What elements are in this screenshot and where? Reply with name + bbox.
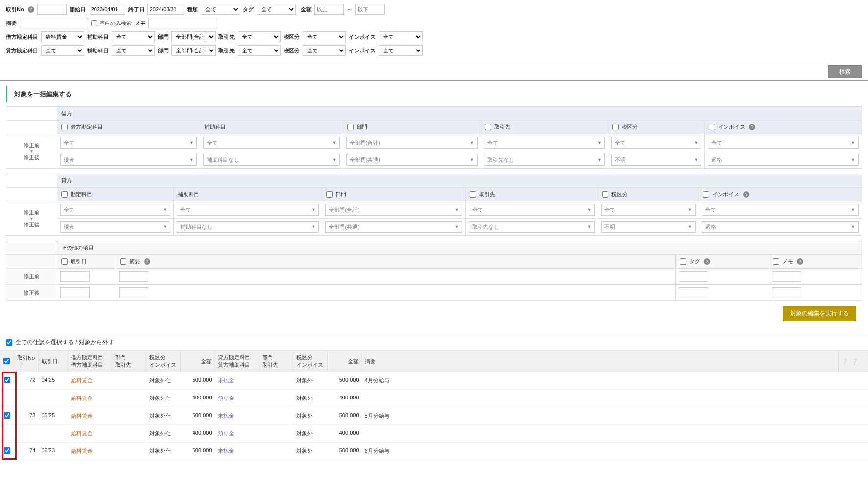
debit-after-tax-select[interactable]: 不明▼ [611, 154, 701, 166]
credit-after-invoice-select[interactable]: 適格▼ [702, 221, 859, 233]
aux-select-1[interactable]: 全て [112, 31, 155, 42]
credit-account-select[interactable]: 全て [41, 45, 84, 56]
credit-before-account-select[interactable]: 全て▼ [60, 204, 170, 216]
credit-account-link[interactable]: 預り金 [218, 395, 234, 401]
chevron-down-icon: ▼ [597, 157, 602, 162]
credit-account-link[interactable]: 未払金 [218, 377, 234, 383]
debit-partner-check[interactable] [485, 124, 491, 130]
credit-before-partner-select[interactable]: 全て▼ [469, 204, 595, 216]
txn-no-input[interactable] [37, 4, 67, 15]
row-checkbox[interactable] [4, 447, 10, 454]
debit-account-link[interactable]: 給料賃金 [71, 430, 93, 436]
start-date-input[interactable] [89, 4, 125, 15]
debit-account-link[interactable]: 給料賃金 [71, 448, 93, 454]
other-before-date-input[interactable] [60, 271, 90, 282]
debit-edit-table: 借方 借方勘定科目 補助科目 部門 取引先 税区分 インボイス? 修正前 ▾ 修… [6, 106, 862, 169]
invoice-select-1[interactable]: 全て [379, 31, 423, 42]
debit-after-aux-select[interactable]: 補助科目なし▼ [203, 154, 340, 166]
tax-select-1[interactable]: 全て [303, 31, 346, 42]
credit-after-partner-select[interactable]: 取引先なし▼ [469, 221, 595, 233]
tag-select[interactable]: 全て [257, 4, 296, 15]
other-summary-check[interactable] [120, 258, 126, 265]
debit-after-account-select[interactable]: 現金▼ [60, 154, 197, 166]
credit-account-check[interactable] [61, 191, 68, 198]
type-select[interactable]: 全て [201, 4, 240, 15]
credit-account-link[interactable]: 預り金 [218, 430, 234, 436]
debit-account-check[interactable] [61, 124, 68, 130]
debit-after-dept-select[interactable]: 全部門(共通)▼ [346, 154, 478, 166]
debit-before-partner-select[interactable]: 全て▼ [484, 137, 605, 149]
amount-from-input[interactable] [314, 4, 344, 15]
debit-account-select[interactable]: 給料賃金 [41, 31, 84, 42]
chevron-down-icon: ▼ [587, 207, 591, 212]
help-icon[interactable]: ❔ [17, 362, 24, 368]
credit-partner-check[interactable] [470, 191, 476, 198]
aux-select-2[interactable]: 全て [112, 45, 155, 56]
credit-after-tax-select[interactable]: 不明▼ [601, 221, 695, 233]
help-icon[interactable]: ? [704, 258, 710, 265]
chevron-down-icon: ▼ [694, 157, 699, 162]
invoice-select-2[interactable]: 全て [379, 45, 423, 56]
dept-select-1[interactable]: 全部門(合計) [171, 31, 216, 42]
other-before-summary-input[interactable] [119, 271, 148, 282]
credit-before-tax-select[interactable]: 全て▼ [601, 204, 695, 216]
summary-label: 摘要 [6, 20, 17, 27]
credit-tax-check[interactable] [602, 191, 608, 198]
help-icon[interactable]: ? [749, 124, 755, 130]
summary-input[interactable] [20, 18, 88, 28]
table-row: 7204/25給料賃金対象外仕500,000未払金対象外500,0004月分給与 [0, 372, 868, 390]
debit-after-invoice-select[interactable]: 適格▼ [708, 154, 859, 166]
credit-after-dept-select[interactable]: 全部門(共通)▼ [325, 221, 462, 233]
credit-account-link[interactable]: 未払金 [218, 413, 234, 419]
debit-account-link[interactable]: 給料賃金 [71, 395, 93, 401]
help-icon[interactable]: ? [797, 258, 803, 265]
row-checkbox[interactable] [4, 377, 10, 383]
debit-invoice-check[interactable] [709, 124, 715, 130]
other-date-check[interactable] [61, 258, 68, 265]
credit-before-dept-select[interactable]: 全部門(合計)▼ [325, 204, 462, 216]
help-icon[interactable]: ? [144, 258, 150, 265]
other-after-summary-input[interactable] [119, 287, 148, 298]
debit-tax-check[interactable] [612, 124, 619, 130]
credit-invoice-check[interactable] [703, 191, 709, 198]
row-checkbox[interactable] [4, 412, 10, 419]
help-icon[interactable]: ? [743, 191, 749, 198]
debit-account-link[interactable]: 給料賃金 [71, 413, 93, 419]
debit-after-partner-select[interactable]: 取引先なし▼ [484, 154, 605, 166]
other-memo-check[interactable] [773, 258, 779, 265]
amount-to-input[interactable] [355, 4, 385, 15]
help-icon[interactable]: ? [28, 6, 34, 13]
blank-only-checkbox[interactable] [91, 20, 97, 26]
help-icon[interactable]: ❔ [842, 358, 848, 364]
other-after-tag-input[interactable] [679, 287, 708, 298]
credit-after-account-select[interactable]: 現金▼ [60, 221, 170, 233]
memo-input[interactable] [148, 18, 217, 28]
debit-before-account-select[interactable]: 全て▼ [60, 137, 197, 149]
other-tag-check[interactable] [680, 258, 686, 265]
end-date-input[interactable] [147, 4, 184, 15]
help-icon[interactable]: ❔ [851, 358, 858, 364]
credit-before-invoice-select[interactable]: 全て▼ [702, 204, 859, 216]
other-after-date-input[interactable] [60, 287, 90, 298]
debit-before-tax-select[interactable]: 全て▼ [611, 137, 701, 149]
tax-select-2[interactable]: 全て [303, 45, 346, 56]
other-before-tag-input[interactable] [679, 271, 708, 282]
credit-account-link[interactable]: 未払金 [218, 448, 234, 454]
partner-select-2[interactable]: 全て [238, 45, 281, 56]
debit-dept-check[interactable] [347, 124, 354, 130]
search-button[interactable]: 検索 [828, 65, 862, 78]
other-after-memo-input[interactable] [772, 287, 801, 298]
debit-before-dept-select[interactable]: 全部門(合計)▼ [346, 137, 478, 149]
debit-account-link[interactable]: 給料賃金 [71, 377, 93, 383]
credit-before-aux-select[interactable]: 全て▼ [177, 204, 319, 216]
header-checkbox[interactable] [3, 358, 10, 364]
debit-before-aux-select[interactable]: 全て▼ [203, 137, 340, 149]
dept-select-2[interactable]: 全部門(合計) [171, 45, 216, 56]
select-all-checkbox[interactable] [6, 339, 12, 346]
debit-before-invoice-select[interactable]: 全て▼ [708, 137, 859, 149]
partner-select-1[interactable]: 全て [238, 31, 281, 42]
credit-after-aux-select[interactable]: 補助科目なし▼ [177, 221, 319, 233]
execute-edit-button[interactable]: 対象の編集を実行する [783, 306, 856, 321]
credit-dept-check[interactable] [326, 191, 333, 198]
other-before-memo-input[interactable] [772, 271, 801, 282]
